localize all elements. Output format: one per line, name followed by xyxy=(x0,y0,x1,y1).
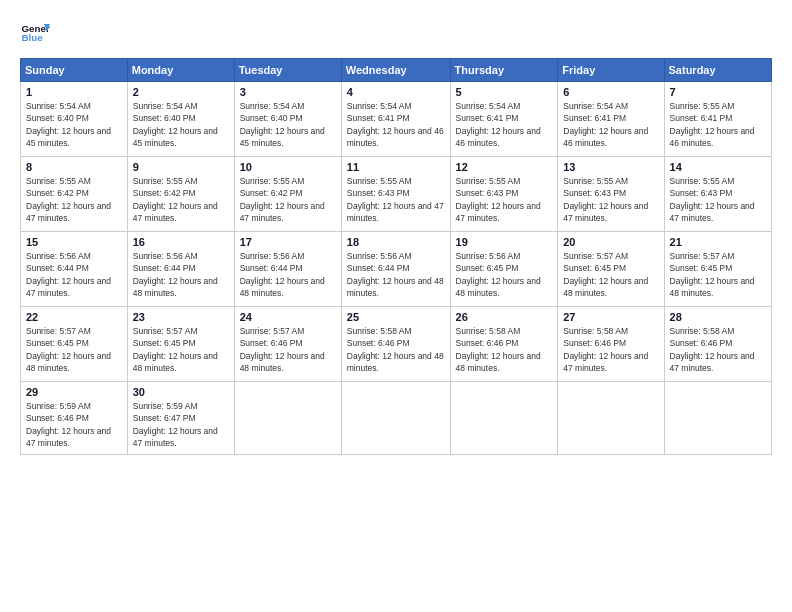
day-info: Sunrise: 5:58 AMSunset: 6:46 PMDaylight:… xyxy=(563,326,648,373)
weekday-header-friday: Friday xyxy=(558,59,664,82)
day-info: Sunrise: 5:55 AMSunset: 6:43 PMDaylight:… xyxy=(670,176,755,223)
day-number: 9 xyxy=(133,161,229,173)
day-info: Sunrise: 5:57 AMSunset: 6:45 PMDaylight:… xyxy=(670,251,755,298)
calendar-cell: 21 Sunrise: 5:57 AMSunset: 6:45 PMDaylig… xyxy=(664,232,771,307)
day-info: Sunrise: 5:56 AMSunset: 6:44 PMDaylight:… xyxy=(26,251,111,298)
calendar-cell: 11 Sunrise: 5:55 AMSunset: 6:43 PMDaylig… xyxy=(341,157,450,232)
day-info: Sunrise: 5:57 AMSunset: 6:45 PMDaylight:… xyxy=(563,251,648,298)
day-number: 4 xyxy=(347,86,445,98)
logo: General Blue xyxy=(20,18,50,48)
calendar-week-row: 15 Sunrise: 5:56 AMSunset: 6:44 PMDaylig… xyxy=(21,232,772,307)
calendar-cell: 12 Sunrise: 5:55 AMSunset: 6:43 PMDaylig… xyxy=(450,157,558,232)
day-number: 11 xyxy=(347,161,445,173)
logo-icon: General Blue xyxy=(20,18,50,48)
calendar-cell: 17 Sunrise: 5:56 AMSunset: 6:44 PMDaylig… xyxy=(234,232,341,307)
weekday-header-saturday: Saturday xyxy=(664,59,771,82)
day-number: 13 xyxy=(563,161,658,173)
day-number: 19 xyxy=(456,236,553,248)
day-info: Sunrise: 5:57 AMSunset: 6:45 PMDaylight:… xyxy=(133,326,218,373)
calendar-cell: 5 Sunrise: 5:54 AMSunset: 6:41 PMDayligh… xyxy=(450,82,558,157)
calendar-cell: 4 Sunrise: 5:54 AMSunset: 6:41 PMDayligh… xyxy=(341,82,450,157)
day-info: Sunrise: 5:56 AMSunset: 6:44 PMDaylight:… xyxy=(240,251,325,298)
calendar-cell: 27 Sunrise: 5:58 AMSunset: 6:46 PMDaylig… xyxy=(558,307,664,382)
day-info: Sunrise: 5:55 AMSunset: 6:43 PMDaylight:… xyxy=(563,176,648,223)
day-number: 20 xyxy=(563,236,658,248)
day-info: Sunrise: 5:54 AMSunset: 6:40 PMDaylight:… xyxy=(240,101,325,148)
calendar-cell: 19 Sunrise: 5:56 AMSunset: 6:45 PMDaylig… xyxy=(450,232,558,307)
calendar-cell: 13 Sunrise: 5:55 AMSunset: 6:43 PMDaylig… xyxy=(558,157,664,232)
weekday-header-wednesday: Wednesday xyxy=(341,59,450,82)
day-number: 27 xyxy=(563,311,658,323)
day-info: Sunrise: 5:57 AMSunset: 6:46 PMDaylight:… xyxy=(240,326,325,373)
calendar-cell: 15 Sunrise: 5:56 AMSunset: 6:44 PMDaylig… xyxy=(21,232,128,307)
day-number: 12 xyxy=(456,161,553,173)
calendar-cell: 22 Sunrise: 5:57 AMSunset: 6:45 PMDaylig… xyxy=(21,307,128,382)
day-info: Sunrise: 5:57 AMSunset: 6:45 PMDaylight:… xyxy=(26,326,111,373)
calendar-cell: 1 Sunrise: 5:54 AMSunset: 6:40 PMDayligh… xyxy=(21,82,128,157)
calendar-cell: 14 Sunrise: 5:55 AMSunset: 6:43 PMDaylig… xyxy=(664,157,771,232)
calendar-cell: 18 Sunrise: 5:56 AMSunset: 6:44 PMDaylig… xyxy=(341,232,450,307)
day-info: Sunrise: 5:55 AMSunset: 6:42 PMDaylight:… xyxy=(240,176,325,223)
day-number: 15 xyxy=(26,236,122,248)
day-number: 30 xyxy=(133,386,229,398)
weekday-header-row: SundayMondayTuesdayWednesdayThursdayFrid… xyxy=(21,59,772,82)
day-info: Sunrise: 5:56 AMSunset: 6:44 PMDaylight:… xyxy=(347,251,444,298)
day-info: Sunrise: 5:58 AMSunset: 6:46 PMDaylight:… xyxy=(456,326,541,373)
calendar-cell xyxy=(234,382,341,455)
day-number: 21 xyxy=(670,236,766,248)
day-info: Sunrise: 5:55 AMSunset: 6:42 PMDaylight:… xyxy=(26,176,111,223)
day-number: 14 xyxy=(670,161,766,173)
calendar-cell: 6 Sunrise: 5:54 AMSunset: 6:41 PMDayligh… xyxy=(558,82,664,157)
day-number: 17 xyxy=(240,236,336,248)
day-info: Sunrise: 5:55 AMSunset: 6:43 PMDaylight:… xyxy=(456,176,541,223)
weekday-header-monday: Monday xyxy=(127,59,234,82)
day-info: Sunrise: 5:54 AMSunset: 6:41 PMDaylight:… xyxy=(563,101,648,148)
calendar-cell: 16 Sunrise: 5:56 AMSunset: 6:44 PMDaylig… xyxy=(127,232,234,307)
page: General Blue SundayMondayTuesdayWednesda… xyxy=(0,0,792,612)
day-number: 8 xyxy=(26,161,122,173)
day-number: 6 xyxy=(563,86,658,98)
day-info: Sunrise: 5:54 AMSunset: 6:40 PMDaylight:… xyxy=(26,101,111,148)
day-number: 28 xyxy=(670,311,766,323)
calendar-cell: 2 Sunrise: 5:54 AMSunset: 6:40 PMDayligh… xyxy=(127,82,234,157)
day-info: Sunrise: 5:56 AMSunset: 6:45 PMDaylight:… xyxy=(456,251,541,298)
day-number: 2 xyxy=(133,86,229,98)
day-number: 24 xyxy=(240,311,336,323)
calendar-cell xyxy=(558,382,664,455)
day-number: 16 xyxy=(133,236,229,248)
calendar-week-row: 22 Sunrise: 5:57 AMSunset: 6:45 PMDaylig… xyxy=(21,307,772,382)
calendar-cell: 29 Sunrise: 5:59 AMSunset: 6:46 PMDaylig… xyxy=(21,382,128,455)
day-number: 22 xyxy=(26,311,122,323)
calendar-cell: 8 Sunrise: 5:55 AMSunset: 6:42 PMDayligh… xyxy=(21,157,128,232)
calendar-cell xyxy=(341,382,450,455)
weekday-header-tuesday: Tuesday xyxy=(234,59,341,82)
day-info: Sunrise: 5:59 AMSunset: 6:47 PMDaylight:… xyxy=(133,401,218,448)
calendar-week-row: 1 Sunrise: 5:54 AMSunset: 6:40 PMDayligh… xyxy=(21,82,772,157)
calendar-cell: 26 Sunrise: 5:58 AMSunset: 6:46 PMDaylig… xyxy=(450,307,558,382)
day-number: 23 xyxy=(133,311,229,323)
day-info: Sunrise: 5:54 AMSunset: 6:40 PMDaylight:… xyxy=(133,101,218,148)
svg-text:Blue: Blue xyxy=(22,32,44,43)
day-number: 26 xyxy=(456,311,553,323)
calendar-cell: 10 Sunrise: 5:55 AMSunset: 6:42 PMDaylig… xyxy=(234,157,341,232)
calendar-table: SundayMondayTuesdayWednesdayThursdayFrid… xyxy=(20,58,772,455)
calendar-cell: 3 Sunrise: 5:54 AMSunset: 6:40 PMDayligh… xyxy=(234,82,341,157)
weekday-header-sunday: Sunday xyxy=(21,59,128,82)
calendar-cell xyxy=(664,382,771,455)
day-info: Sunrise: 5:55 AMSunset: 6:41 PMDaylight:… xyxy=(670,101,755,148)
calendar-week-row: 8 Sunrise: 5:55 AMSunset: 6:42 PMDayligh… xyxy=(21,157,772,232)
day-info: Sunrise: 5:55 AMSunset: 6:43 PMDaylight:… xyxy=(347,176,444,223)
calendar-cell: 30 Sunrise: 5:59 AMSunset: 6:47 PMDaylig… xyxy=(127,382,234,455)
day-number: 1 xyxy=(26,86,122,98)
day-info: Sunrise: 5:56 AMSunset: 6:44 PMDaylight:… xyxy=(133,251,218,298)
day-info: Sunrise: 5:58 AMSunset: 6:46 PMDaylight:… xyxy=(347,326,444,373)
calendar-cell: 20 Sunrise: 5:57 AMSunset: 6:45 PMDaylig… xyxy=(558,232,664,307)
weekday-header-thursday: Thursday xyxy=(450,59,558,82)
calendar-cell: 7 Sunrise: 5:55 AMSunset: 6:41 PMDayligh… xyxy=(664,82,771,157)
day-number: 29 xyxy=(26,386,122,398)
day-number: 5 xyxy=(456,86,553,98)
day-number: 18 xyxy=(347,236,445,248)
day-info: Sunrise: 5:54 AMSunset: 6:41 PMDaylight:… xyxy=(347,101,444,148)
day-number: 7 xyxy=(670,86,766,98)
header: General Blue xyxy=(20,18,772,48)
